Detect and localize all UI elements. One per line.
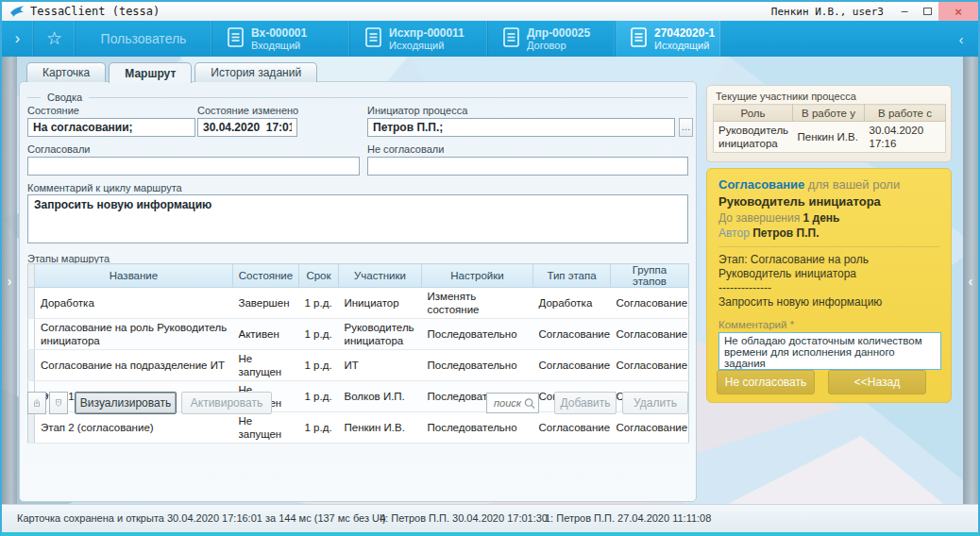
nav-tab-contract[interactable]: Дпр-000025Договор: [488, 21, 616, 57]
participants-title: Текущие участники процесса: [716, 91, 856, 102]
visualize-button[interactable]: Визуализировать: [75, 392, 177, 414]
state-label: Состояние: [27, 105, 79, 116]
col-state[interactable]: Состояние: [233, 264, 299, 288]
nav-tab-subtitle: Исходящий: [389, 40, 465, 52]
cycle-comment-label: Комментарий к циклу маршрута: [27, 182, 182, 193]
task-stage-line: Этап: Согласование на роль Руководитель …: [718, 253, 939, 281]
table-row[interactable]: Этап 2 (согласование) Не запущен 1 р.д. …: [28, 412, 689, 444]
favorites-button[interactable]: ☆: [34, 21, 76, 57]
close-icon: ×: [955, 5, 962, 19]
window-title: TessaClient (tessa): [30, 5, 160, 18]
initiator-field[interactable]: [367, 118, 675, 137]
deadline-label: До завершения: [718, 211, 800, 225]
document-icon: [228, 27, 244, 51]
col-group[interactable]: Группа этапов: [611, 264, 689, 288]
state-changed-field[interactable]: [197, 118, 297, 137]
task-role: Руководитель инициатора: [718, 194, 939, 209]
main-navbar: › ☆ Пользователь Вх-000001Входящий Исхпр…: [2, 21, 978, 57]
table-row[interactable]: Согласование на подразделение ИТ Не запу…: [28, 350, 689, 381]
col-type[interactable]: Тип этапа: [533, 264, 611, 288]
move-up-button[interactable]: [27, 392, 46, 414]
table-row[interactable]: Согласование на роль Руководитель инициа…: [28, 319, 689, 350]
move-down-button[interactable]: [49, 392, 68, 414]
state-field[interactable]: [27, 118, 195, 137]
minimize-button[interactable]: –: [893, 2, 916, 21]
nav-tab-subtitle: Входящий: [251, 40, 307, 52]
document-icon: [503, 27, 519, 51]
task-request-text: Запросить новую информацию: [718, 295, 939, 310]
document-icon: [631, 27, 647, 51]
deadline-value: 1 день: [803, 211, 840, 225]
app-window: TessaClient (tessa) Пенкин И.В., user3 –…: [0, 0, 980, 536]
star-icon: ☆: [46, 27, 62, 49]
cycle-comment-field[interactable]: Запросить новую информацию: [27, 194, 688, 243]
nav-collapse-button[interactable]: ‹: [944, 21, 978, 57]
nav-tab-user[interactable]: Пользователь: [76, 21, 212, 57]
tab-route[interactable]: Маршрут: [109, 62, 192, 83]
activate-button[interactable]: Активировать: [181, 392, 272, 414]
close-button[interactable]: ×: [938, 2, 978, 21]
status-bar: Карточка сохранена и открыта 30.04.2020 …: [2, 504, 978, 532]
route-panel: Сводка Состояние Состояние изменено Иниц…: [19, 81, 697, 502]
stages-search-box[interactable]: [486, 393, 539, 413]
back-button[interactable]: <<Назад: [828, 370, 926, 394]
col-role[interactable]: Роль: [714, 105, 793, 122]
summary-group-label: Сводка: [41, 92, 89, 103]
nav-tab-title: 27042020-1: [654, 26, 715, 40]
add-button[interactable]: Добавить: [554, 392, 617, 414]
task-card: Согласование для вашей роли Руководитель…: [706, 168, 952, 403]
required-mark: *: [790, 319, 794, 330]
delete-button[interactable]: Удалить: [622, 392, 688, 414]
search-icon: [524, 397, 535, 410]
table-row[interactable]: Доработка Завершен 1 р.д. Инициатор Изме…: [28, 288, 689, 319]
title-bar: TessaClient (tessa) Пенкин И.В., user3 –…: [2, 2, 978, 21]
nav-tab-subtitle: Исходящий: [654, 40, 715, 52]
approved-field[interactable]: [27, 157, 360, 176]
arrow-down-icon: [56, 395, 61, 410]
status-version-1: 1: Петров П.П. 27.04.2020 11:11:08: [545, 512, 711, 524]
task-dashes: --------------: [718, 281, 939, 295]
tab-task-history[interactable]: История заданий: [194, 62, 317, 82]
ellipsis-icon: …: [682, 122, 691, 132]
disapprove-button[interactable]: Не согласовать: [717, 370, 815, 394]
author-value: Петров П.П.: [752, 226, 819, 240]
table-row[interactable]: Руководитель инициатора Пенкин И.В. 30.0…: [714, 122, 946, 153]
maximize-icon: [923, 8, 932, 15]
nav-tab-title: Вх-000001: [251, 26, 307, 40]
task-divider: [718, 246, 939, 247]
approved-label: Согласовали: [27, 143, 91, 155]
arrow-up-icon: [34, 395, 40, 410]
maximize-button[interactable]: [916, 2, 938, 21]
left-panel-expander[interactable]: ›: [2, 57, 17, 504]
nav-tab-incoming[interactable]: Вх-000001Входящий: [212, 21, 350, 57]
not-approved-field[interactable]: [367, 157, 688, 176]
search-input[interactable]: [492, 396, 524, 410]
col-participants[interactable]: Участники: [339, 264, 422, 288]
app-logo-icon: [9, 5, 25, 18]
col-settings[interactable]: Настройки: [422, 264, 533, 288]
status-saved-message: Карточка сохранена и открыта 30.04.2020 …: [17, 512, 386, 524]
right-panel-collapse[interactable]: ‹: [963, 57, 978, 504]
nav-tab-outgoing-project[interactable]: Исхпр-000011Исходящий: [350, 21, 488, 57]
task-comment-field[interactable]: Не обладаю достаточным количеством време…: [718, 332, 941, 370]
document-icon: [365, 27, 381, 51]
minimize-icon: –: [902, 5, 908, 18]
stages-header-row: Название Состояние Срок Участники Настро…: [28, 264, 689, 288]
nav-expand-button[interactable]: ›: [2, 21, 34, 57]
current-user-label: Пенкин И.В., user3: [771, 6, 884, 18]
participants-table[interactable]: Роль В работе у В работе с Руководитель …: [713, 104, 946, 153]
summary-group-line: [27, 97, 688, 98]
col-term[interactable]: Срок: [299, 264, 339, 288]
col-name[interactable]: Название: [35, 264, 233, 288]
nav-tab-outgoing-active[interactable]: 27042020-1Исходящий: [616, 21, 721, 57]
initiator-more-button[interactable]: …: [679, 118, 693, 137]
card-tabstrip: Карточка Маршрут История заданий: [26, 62, 317, 82]
tab-card[interactable]: Карточка: [26, 62, 106, 82]
stages-table[interactable]: Название Состояние Срок Участники Настро…: [27, 263, 689, 444]
author-label: Автор: [718, 226, 750, 240]
chevron-right-icon: ›: [8, 273, 12, 289]
not-approved-label: Не согласовали: [367, 143, 444, 155]
col-since[interactable]: В работе с: [865, 105, 946, 122]
col-assignee[interactable]: В работе у: [793, 105, 865, 122]
status-version-4: 4: Петров П.П. 30.04.2020 17:01:30: [380, 512, 548, 524]
